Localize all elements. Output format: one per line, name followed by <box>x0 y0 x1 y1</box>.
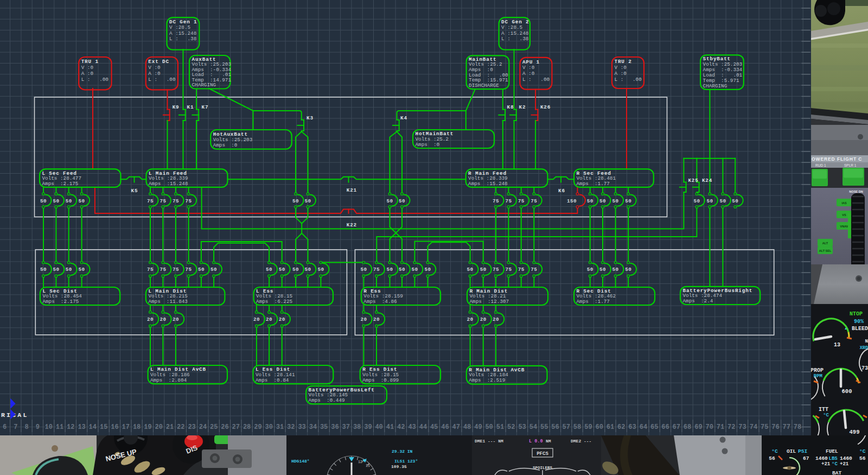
svg-text:50: 50 <box>79 198 85 204</box>
svg-text:1460: 1460 <box>840 455 852 461</box>
svg-text:Amps :2.4: Amps :2.4 <box>683 298 713 304</box>
svg-text:50: 50 <box>411 267 418 273</box>
svg-text:PROP: PROP <box>810 368 824 373</box>
svg-text:Amps :2.175: Amps :2.175 <box>42 299 79 305</box>
svg-text:Volts :25.203: Volts :25.203 <box>213 137 253 143</box>
svg-text:50: 50 <box>424 267 431 273</box>
svg-text:V :0: V :0 <box>81 65 93 71</box>
svg-text:20: 20 <box>467 316 474 322</box>
svg-text:K25 K24: K25 K24 <box>688 178 712 183</box>
svg-text:°C: °C <box>832 461 838 467</box>
svg-text:61: 61 <box>607 423 614 431</box>
svg-text:50: 50 <box>292 267 299 273</box>
svg-text:42: 42 <box>397 423 405 431</box>
svg-text:109.35: 109.35 <box>391 464 407 469</box>
svg-text:A :0: A :0 <box>148 71 160 77</box>
svg-text:50: 50 <box>305 267 311 273</box>
svg-text:Amps :2.175: Amps :2.175 <box>42 181 79 187</box>
svg-text:V :0: V :0 <box>522 65 534 71</box>
svg-text:68: 68 <box>684 423 691 431</box>
svg-text:43: 43 <box>408 423 416 431</box>
svg-text:56: 56 <box>551 423 559 431</box>
svg-text:L 0.0: L 0.0 <box>529 439 543 444</box>
svg-text:ITT: ITT <box>819 407 828 413</box>
svg-text:29.32 IN: 29.32 IN <box>392 449 413 454</box>
svg-text:14: 14 <box>89 423 97 431</box>
svg-text:90%: 90% <box>854 319 864 325</box>
svg-text:Amps :12.307: Amps :12.307 <box>470 299 509 305</box>
svg-text:50: 50 <box>53 198 59 204</box>
svg-text:54: 54 <box>529 423 537 431</box>
svg-text:K22: K22 <box>347 222 357 228</box>
svg-text:Amps :0: Amps :0 <box>213 142 238 148</box>
svg-text:PFCS: PFCS <box>537 451 548 457</box>
svg-text:N: N <box>865 339 868 344</box>
svg-text:Ext DC: Ext DC <box>148 59 169 65</box>
svg-text:LBS: LBS <box>829 456 838 461</box>
svg-text:°C: °C <box>859 448 866 454</box>
svg-text:50: 50 <box>317 267 324 273</box>
svg-text:TRU 2: TRU 2 <box>615 59 632 65</box>
svg-text:K5: K5 <box>131 188 138 194</box>
svg-text:APU 1: APU 1 <box>522 59 540 65</box>
svg-text:A :0: A :0 <box>615 71 627 77</box>
svg-text:75: 75 <box>159 198 166 204</box>
svg-text:TRU 1: TRU 1 <box>81 59 99 65</box>
svg-text:67: 67 <box>673 423 680 431</box>
svg-text:50: 50 <box>467 267 474 273</box>
svg-text:50: 50 <box>599 267 606 273</box>
svg-text:28: 28 <box>243 423 251 431</box>
svg-text:40: 40 <box>375 423 382 431</box>
svg-text:L : .38: L : .38 <box>169 36 196 42</box>
svg-text:A :0: A :0 <box>81 71 93 77</box>
svg-text:46: 46 <box>441 423 449 431</box>
svg-text:56: 56 <box>769 455 775 461</box>
svg-text:31: 31 <box>276 423 284 431</box>
svg-text:Amps :15.248: Amps :15.248 <box>468 181 508 187</box>
svg-text:L : .38: L : .38 <box>501 36 528 42</box>
svg-text:32: 32 <box>287 423 295 431</box>
svg-text:63: 63 <box>628 423 636 431</box>
svg-text:39: 39 <box>364 423 372 431</box>
svg-text:K2: K2 <box>519 104 526 110</box>
svg-text:50: 50 <box>625 198 631 204</box>
svg-text:20: 20 <box>155 423 162 431</box>
svg-text:26: 26 <box>221 423 228 431</box>
svg-text:33: 33 <box>298 423 305 431</box>
svg-text:50: 50 <box>266 267 272 273</box>
svg-text:A :15.248: A :15.248 <box>169 30 196 36</box>
svg-text:18: 18 <box>133 423 141 431</box>
svg-text:75: 75 <box>531 267 537 273</box>
svg-text:600: 600 <box>842 388 852 395</box>
svg-text:20: 20 <box>373 316 380 322</box>
svg-text:75: 75 <box>505 267 512 273</box>
svg-text:21: 21 <box>166 423 174 431</box>
svg-text:75: 75 <box>518 267 525 273</box>
svg-text:50: 50 <box>53 267 59 273</box>
svg-text:50: 50 <box>693 198 700 204</box>
svg-text:NM: NM <box>546 439 551 444</box>
svg-text:Amps :0.899: Amps :0.899 <box>362 377 399 383</box>
svg-text:50: 50 <box>79 267 85 273</box>
svg-text:20: 20 <box>493 316 499 322</box>
svg-text:75: 75 <box>518 198 525 204</box>
svg-text:50: 50 <box>210 267 217 273</box>
svg-text:50: 50 <box>719 198 726 204</box>
svg-text:75: 75 <box>493 198 499 204</box>
svg-text:12: 12 <box>67 423 74 431</box>
svg-text:50: 50 <box>360 267 367 273</box>
svg-text:75: 75 <box>531 198 537 204</box>
svg-text:ILS1 123°: ILS1 123° <box>394 459 418 464</box>
svg-text:13: 13 <box>834 342 840 348</box>
svg-text:78: 78 <box>794 423 801 431</box>
svg-text:49: 49 <box>474 423 482 431</box>
svg-text:25: 25 <box>210 423 218 431</box>
svg-text:51: 51 <box>496 423 504 431</box>
svg-text:67: 67 <box>803 455 809 461</box>
svg-text:69: 69 <box>694 423 702 431</box>
svg-text:1460: 1460 <box>815 455 828 461</box>
svg-text:44: 44 <box>419 423 427 431</box>
svg-text:75: 75 <box>173 198 179 204</box>
svg-text:7: 7 <box>14 423 17 431</box>
svg-text:20: 20 <box>279 316 285 322</box>
